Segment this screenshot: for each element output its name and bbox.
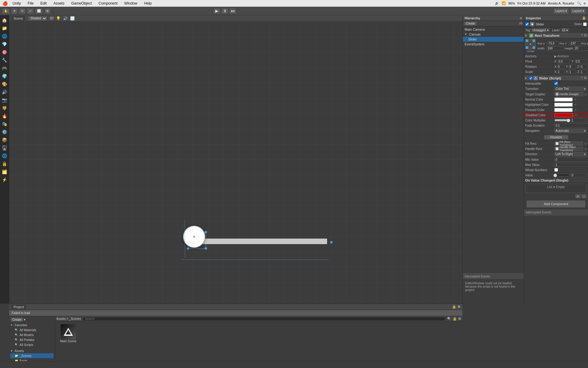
tree-item-slider[interactable]: Slider <box>463 37 524 42</box>
min-value-field[interactable]: 0 <box>554 157 588 162</box>
scene-slider-handle[interactable] <box>183 226 205 248</box>
scene-icon-1[interactable]: 💡 <box>56 16 61 21</box>
sidebar-icon-6[interactable]: 🎮 <box>1 64 8 72</box>
scene-icon-2[interactable]: 🔊 <box>63 16 68 21</box>
shaded-select[interactable]: Shaded <box>28 16 47 21</box>
sidebar-icon-12[interactable]: 🔥 <box>1 112 8 120</box>
project-tab[interactable]: Project <box>11 305 26 309</box>
handle-rect-pick[interactable]: ⊙ <box>584 147 587 151</box>
sidebar-icon-15[interactable]: 📦 <box>1 136 8 144</box>
all-materials-item[interactable]: 🔍 All Materials <box>10 328 54 332</box>
layers-dropdown[interactable]: Layers ▾ <box>553 8 569 14</box>
lock-icon-proj[interactable]: 🔒 <box>453 317 457 321</box>
static-checkbox[interactable] <box>583 22 587 26</box>
sidebar-icon-3[interactable]: 💎 <box>1 40 8 48</box>
disabled-color-swatch[interactable] <box>555 113 573 117</box>
settings-icon-proj[interactable]: ⚙ <box>458 317 461 321</box>
search-icon[interactable]: 🔍 <box>577 1 581 5</box>
all-label[interactable]: All <box>519 22 522 25</box>
search-icon[interactable]: 🔍 <box>447 317 451 321</box>
posx-field[interactable]: -75.5 <box>547 41 559 46</box>
tool-hand[interactable]: ✋ <box>2 8 10 14</box>
favorites-header[interactable]: Favorites <box>10 323 54 328</box>
scale-y-field[interactable] <box>568 70 576 74</box>
gameobject-active-checkbox[interactable] <box>525 22 529 26</box>
create-button[interactable]: Create <box>464 21 477 26</box>
gameobject-name[interactable]: Slider <box>536 22 573 26</box>
target-graphic-field[interactable]: 🖼 Handle (Image) <box>554 92 584 96</box>
scene-icon-3[interactable]: 🌫️ <box>70 16 75 21</box>
tree-item-main-camera[interactable]: Main Camera <box>463 27 524 32</box>
sidebar-icon-9[interactable]: 🔊 <box>1 88 8 96</box>
2d-label[interactable]: 2D <box>50 17 54 20</box>
tree-item-canvas[interactable]: Canvas <box>463 32 524 37</box>
all-prefabs-item[interactable]: 🔍 All Prefabs <box>10 337 54 342</box>
sidebar-icon-19[interactable]: 🗂️ <box>1 168 8 175</box>
menu-file[interactable]: File <box>26 1 35 6</box>
project-search-input[interactable] <box>82 317 446 321</box>
visualize-button[interactable]: Visualize <box>544 135 568 140</box>
menu-help[interactable]: Help <box>142 1 153 6</box>
pivot-diagram[interactable] <box>525 39 536 49</box>
navigation-dropdown[interactable]: Automatic ▾ <box>554 128 587 133</box>
fill-rect-field[interactable]: ⬜ Fill (Rect Transform) <box>554 141 583 146</box>
highlighted-color-swatch[interactable] <box>554 103 573 107</box>
project-create-arrow[interactable]: ▾ <box>24 318 26 322</box>
disabled-color-pick[interactable]: ↗ <box>574 113 577 117</box>
file-main-scene[interactable]: Main Scene <box>58 324 79 343</box>
value-field[interactable]: 0 <box>571 173 587 177</box>
sidebar-icon-4[interactable]: 🎯 <box>1 48 8 56</box>
add-component-button[interactable]: Add Component <box>526 200 586 208</box>
scale-z-field[interactable] <box>580 70 587 74</box>
tool-combined[interactable]: ⊕ <box>44 8 51 14</box>
sidebar-icon-10[interactable]: 📷 <box>1 96 8 104</box>
rect-icon-2[interactable]: ⚙ <box>584 33 587 37</box>
event-add-btn[interactable]: + <box>575 194 581 198</box>
all-models-item[interactable]: 🔍 All Models <box>10 332 54 337</box>
menu-assets[interactable]: Assets <box>51 1 66 6</box>
project-create-btn[interactable]: Create <box>10 317 23 322</box>
hierarchy-menu-icon[interactable]: ≡ <box>520 16 522 20</box>
assets-header[interactable]: Assets <box>10 348 54 353</box>
play-button[interactable]: ▶ <box>213 8 221 14</box>
pressed-color-pick[interactable]: ↗ <box>574 108 576 112</box>
all-scripts-item[interactable]: 🔍 All Scripts <box>10 342 54 347</box>
fade-duration-field[interactable]: 0.1 <box>554 123 588 128</box>
tree-item-eventsystem[interactable]: EventSystem <box>463 42 524 47</box>
slider-script-header[interactable]: S Slider (Script) ? ⚙ <box>524 75 588 81</box>
sidebar-icon-1[interactable]: 📁 <box>1 25 8 32</box>
scale-x-field[interactable] <box>557 70 565 74</box>
normal-color-swatch[interactable] <box>554 98 573 102</box>
menu-gameobject[interactable]: GameObject <box>69 1 93 6</box>
tool-scale[interactable]: ⤢ <box>27 8 34 14</box>
anchors-expand[interactable]: ▶ Anchors <box>554 55 569 58</box>
menu-window[interactable]: Window <box>123 1 139 6</box>
menu-component[interactable]: Component <box>97 1 119 6</box>
handle-rect-field[interactable]: ⬜ Handle (Rect Transform) <box>554 147 583 151</box>
menu-edit[interactable]: Edit <box>39 1 49 6</box>
transition-dropdown[interactable]: Color Tint ▾ <box>554 86 587 91</box>
slider-help-icon[interactable]: ? <box>581 76 583 80</box>
tool-rotate[interactable]: ↻ <box>19 8 26 14</box>
rot-y-field[interactable] <box>568 64 576 69</box>
sidebar-icon-18[interactable]: 🔒 <box>1 160 8 167</box>
tag-dropdown[interactable]: Untagged ▾ <box>531 28 549 32</box>
pivot-x-field[interactable] <box>558 59 570 63</box>
rot-z-field[interactable] <box>580 64 587 69</box>
rect-transform-header[interactable]: ⊞ Rect Transform ? ⚙ <box>524 33 588 38</box>
scene-tab[interactable]: Scene <box>11 16 25 21</box>
color-multiplier-slider[interactable] <box>554 119 569 121</box>
menu-unity[interactable]: Unity <box>11 1 23 6</box>
sidebar-icon-2[interactable]: 🌐 <box>1 33 8 40</box>
sidebar-icon-13[interactable]: 🎭 <box>1 120 8 128</box>
slider-gear-icon[interactable]: ⚙ <box>584 76 587 80</box>
sidebar-icon-7[interactable]: 🌍 <box>1 72 8 80</box>
scene-canvas[interactable] <box>9 21 524 304</box>
pressed-color-swatch[interactable] <box>554 108 573 112</box>
max-value-field[interactable]: 1 <box>554 163 588 167</box>
slider-active-checkbox[interactable] <box>529 77 532 80</box>
color-multiplier-field[interactable] <box>571 118 587 122</box>
sidebar-icon-20[interactable]: ⚡ <box>1 176 8 183</box>
lock-icon[interactable]: 🔒 <box>582 16 586 20</box>
layer-dropdown[interactable]: UI ▾ <box>561 28 569 32</box>
